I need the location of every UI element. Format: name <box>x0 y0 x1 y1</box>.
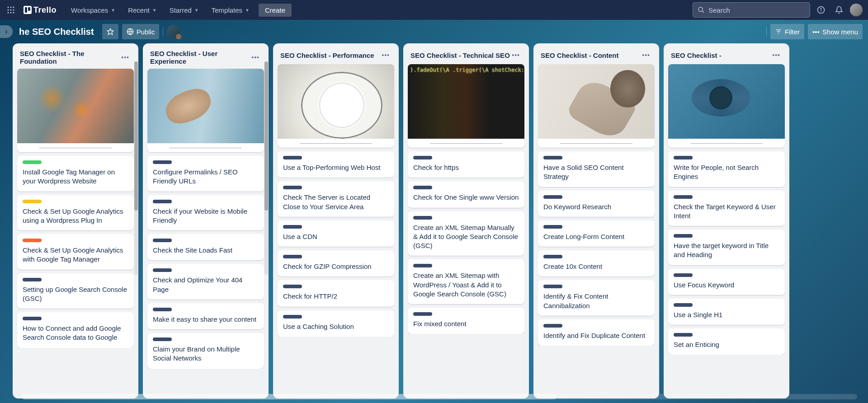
card-label[interactable] <box>283 315 302 319</box>
card[interactable]: Fix mixed content <box>408 308 524 334</box>
card-label[interactable] <box>23 278 42 281</box>
card[interactable]: Use Focus Keyword <box>668 269 785 295</box>
trello-logo[interactable]: Trello <box>20 5 60 15</box>
card-label[interactable] <box>23 239 42 242</box>
card[interactable]: Check & Set Up Google Analytics using a … <box>17 195 134 231</box>
card[interactable]: Identify and Fix Duplicate Content <box>538 319 655 346</box>
card[interactable]: How to Connect and add Google Search Con… <box>17 312 134 348</box>
card[interactable]: Check and Optimize Your 404 Page <box>147 264 264 300</box>
card-label[interactable] <box>674 303 693 307</box>
list-title[interactable]: SEO Checklist - Performance <box>280 52 374 59</box>
cover-card[interactable] <box>278 64 394 148</box>
card[interactable]: Use a Top-Performing Web Host <box>278 151 394 178</box>
list-title[interactable]: SEO Checklist - <box>671 52 722 59</box>
card-label[interactable] <box>543 285 562 288</box>
list-menu-icon[interactable]: ••• <box>250 52 261 63</box>
card-label[interactable] <box>23 160 42 164</box>
board-canvas[interactable]: SEO Checklist - The Foundation•••Install… <box>0 43 868 403</box>
list-menu-icon[interactable]: ••• <box>640 50 652 61</box>
nav-workspaces[interactable]: Workspaces▼ <box>66 4 121 17</box>
visibility-button[interactable]: Public <box>122 24 160 39</box>
card-label[interactable] <box>283 156 302 159</box>
card[interactable]: Create 10x Content <box>538 250 655 276</box>
card-label[interactable] <box>674 195 693 199</box>
cover-card[interactable] <box>538 64 655 148</box>
card-label[interactable] <box>153 337 172 341</box>
info-icon[interactable] <box>814 3 828 17</box>
list-title[interactable]: SEO Checklist - The Foundation <box>20 50 119 65</box>
card-label[interactable] <box>413 264 432 267</box>
user-avatar[interactable] <box>850 4 863 16</box>
cover-card[interactable] <box>17 69 134 152</box>
card-label[interactable] <box>153 239 172 242</box>
card-label[interactable] <box>543 324 562 328</box>
card[interactable]: Identify & Fix Content Cannibalization <box>538 280 655 316</box>
search-input[interactable] <box>708 6 805 14</box>
board-title[interactable]: he SEO Checklist <box>14 25 99 39</box>
list-menu-icon[interactable]: ••• <box>380 50 392 61</box>
card[interactable]: Check for https <box>408 151 524 178</box>
card-label[interactable] <box>153 308 172 311</box>
list-scrollbar[interactable] <box>264 61 268 275</box>
card[interactable]: Set an Enticing <box>668 328 785 355</box>
card[interactable]: Check the Target Keyword & User Intent <box>668 191 785 226</box>
cover-card[interactable] <box>408 64 524 148</box>
apps-menu-icon[interactable] <box>4 3 18 17</box>
card[interactable]: Use a Caching Solution <box>278 310 394 337</box>
card-label[interactable] <box>23 200 42 203</box>
card[interactable]: Check The Server is Located Close to You… <box>278 181 394 217</box>
cover-card[interactable] <box>668 64 785 148</box>
list-menu-icon[interactable]: ••• <box>119 52 131 63</box>
card[interactable]: Write for People, not Search Engines <box>668 151 785 187</box>
card-label[interactable] <box>413 312 432 316</box>
card-label[interactable] <box>283 255 302 258</box>
list-scrollbar[interactable] <box>134 61 138 275</box>
list-title[interactable]: SEO Checklist - Technical SEO <box>410 52 510 59</box>
card-label[interactable] <box>153 268 172 272</box>
card-label[interactable] <box>674 234 693 238</box>
card[interactable]: Check the Site Loads Fast <box>147 234 264 260</box>
expand-sidebar-button[interactable]: › <box>0 25 13 38</box>
board-member-avatar[interactable] <box>167 25 180 38</box>
card[interactable]: Do Keyword Research <box>538 191 655 217</box>
list-menu-icon[interactable]: ••• <box>770 50 782 61</box>
card[interactable]: Install Google Tag Manager on your Wordp… <box>17 156 134 192</box>
create-button[interactable]: Create <box>259 4 292 17</box>
card-label[interactable] <box>153 160 172 164</box>
card-label[interactable] <box>413 156 432 159</box>
search-box[interactable] <box>693 2 810 18</box>
list-menu-icon[interactable]: ••• <box>510 50 522 61</box>
card[interactable]: Check if your Website is Mobile Friendly <box>147 195 264 231</box>
card[interactable]: Create an XML Sitemap Manually & Add it … <box>408 211 524 256</box>
card-label[interactable] <box>674 333 693 337</box>
card[interactable]: Have a Solid SEO Content Strategy <box>538 151 655 187</box>
nav-templates[interactable]: Templates▼ <box>206 4 255 17</box>
card-label[interactable] <box>413 186 432 189</box>
card[interactable]: Check for GZIP Compression <box>278 250 394 276</box>
card[interactable]: Use a CDN <box>278 220 394 247</box>
card[interactable]: Setting up Google Search Console (GSC) <box>17 273 134 309</box>
card-label[interactable] <box>23 317 42 320</box>
nav-recent[interactable]: Recent▼ <box>123 4 162 17</box>
card-label[interactable] <box>153 200 172 203</box>
card-label[interactable] <box>543 255 562 258</box>
card[interactable]: Create an XML Sitemap with WordPress / Y… <box>408 259 524 304</box>
card[interactable]: Use a Single H1 <box>668 299 785 325</box>
card[interactable]: Check for One Single www Version <box>408 181 524 207</box>
card-label[interactable] <box>543 225 562 229</box>
card[interactable]: Make it easy to share your content <box>147 303 264 329</box>
card[interactable]: Configure Permalinks / SEO Friendly URLs <box>147 156 264 192</box>
scrollbar-thumb[interactable] <box>22 394 557 399</box>
list-title[interactable]: SEO Checklist - User Experience <box>150 50 250 65</box>
card-label[interactable] <box>674 156 693 159</box>
card[interactable]: Create Long-Form Content <box>538 220 655 247</box>
horizontal-scrollbar[interactable] <box>22 394 857 399</box>
nav-starred[interactable]: Starred▼ <box>164 4 204 17</box>
filter-button[interactable]: Filter <box>770 24 804 39</box>
card-label[interactable] <box>413 216 432 220</box>
card[interactable]: Claim your Brand on Multiple Social Netw… <box>147 333 264 369</box>
cover-card[interactable] <box>147 69 264 152</box>
scrollbar-thumb[interactable] <box>264 61 268 211</box>
card-label[interactable] <box>283 186 302 189</box>
star-board-button[interactable] <box>102 24 118 39</box>
